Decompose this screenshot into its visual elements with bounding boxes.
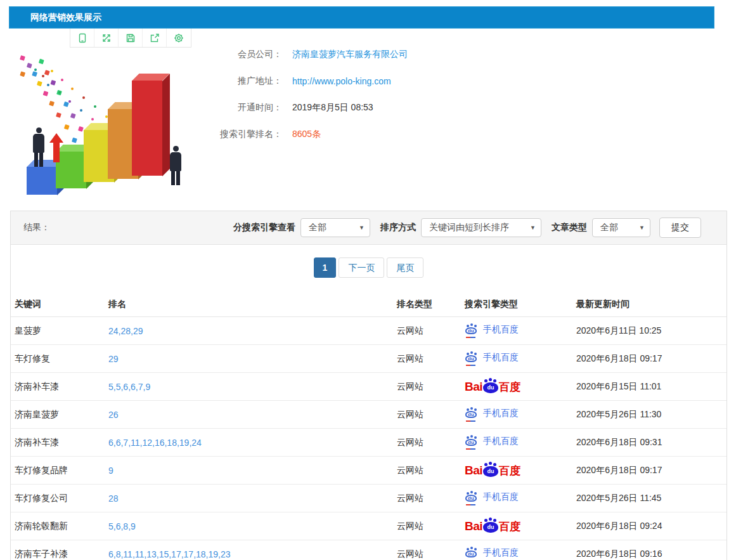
keyword-cell: 济南车子补漆	[15, 549, 108, 560]
engine-cell: Bai du 百度	[465, 464, 576, 477]
company-label: 会员公司：	[212, 49, 282, 60]
engine-cell: du 手机百度	[465, 324, 576, 337]
rank-type-cell: 云网站	[397, 437, 465, 448]
keyword-cell: 车灯修复	[15, 353, 108, 365]
keyword-cell: 车灯修复公司	[15, 493, 108, 504]
page-title: 网络营销效果展示	[10, 7, 714, 28]
engine-cell: Bai du 百度	[465, 520, 576, 533]
rank-values-link[interactable]: 6,8,11,11,13,15,17,17,18,19,23	[108, 549, 397, 559]
updated-time-cell: 2020年6月18日 09:17	[576, 353, 720, 365]
rank-values-link[interactable]: 5,5,6,6,7,9	[108, 382, 397, 392]
confetti-small	[34, 68, 37, 71]
updated-time-cell: 2020年6月11日 10:25	[576, 325, 720, 337]
next-page-button[interactable]: 下一页	[339, 257, 384, 278]
engine-filter-group: 分搜索引擎查看 全部 ▼	[233, 218, 380, 237]
baidu-logo-cn: 百度	[499, 521, 520, 533]
rank-type-cell: 云网站	[397, 325, 465, 337]
result-label: 结果：	[23, 222, 50, 233]
updated-time-cell: 2020年6月15日 11:01	[576, 381, 720, 393]
submit-button[interactable]: 提交	[659, 218, 701, 238]
updated-time-cell: 2020年6月18日 09:24	[576, 521, 720, 532]
company-link[interactable]: 济南皇菠萝汽车服务有限公司	[292, 49, 408, 60]
baidu-logo[interactable]: Bai du 百度	[465, 381, 520, 393]
engine-cell: du 手机百度	[465, 547, 576, 560]
chevron-down-icon: ▼	[530, 225, 536, 231]
save-icon[interactable]	[119, 29, 143, 47]
chart-bar-red	[132, 81, 162, 176]
settings-icon[interactable]	[167, 29, 191, 47]
rank-values-link[interactable]: 6,6,7,11,12,16,18,19,24	[108, 438, 397, 448]
baidu-logo[interactable]: Bai du 百度	[465, 464, 520, 477]
chevron-down-icon: ▼	[639, 225, 645, 231]
rank-values-link[interactable]: 26	[108, 410, 397, 420]
sort-filter-group: 排序方式 关键词由短到长排序 ▼	[380, 218, 552, 237]
keyword-cell: 济南补车漆	[15, 437, 108, 448]
confetti	[20, 55, 25, 61]
header-engine-type: 搜索引擎类型	[465, 299, 576, 310]
mobile-baidu-badge[interactable]: du 手机百度	[465, 547, 519, 559]
updated-time-cell: 2020年5月26日 11:45	[576, 493, 720, 504]
updated-time-cell: 2020年6月18日 09:16	[576, 549, 720, 560]
rank-type-cell: 云网站	[397, 465, 465, 476]
baidu-logo-cn: 百度	[499, 381, 520, 393]
info-row-ranking-count: 搜索引擎排名： 8605条	[212, 121, 567, 148]
rank-values-link[interactable]: 28	[108, 493, 397, 504]
rank-values-link[interactable]: 9	[108, 466, 397, 476]
mobile-baidu-badge[interactable]: du 手机百度	[465, 408, 519, 419]
results-panel: 结果： 分搜索引擎查看 全部 ▼ 排序方式 关键词由短到长排序 ▼ 文章类型 全…	[10, 211, 727, 560]
baidu-paw-icon: du	[465, 547, 479, 559]
mobile-baidu-badge[interactable]: du 手机百度	[465, 352, 519, 363]
open-time-label: 开通时间：	[212, 102, 282, 114]
info-row-url: 推广地址： http://www.polo-king.com	[212, 68, 567, 94]
last-page-button[interactable]: 尾页	[387, 257, 423, 278]
rank-type-cell: 云网站	[397, 409, 465, 420]
rank-values-link[interactable]: 5,6,8,9	[108, 521, 397, 531]
article-filter-label: 文章类型	[552, 222, 587, 233]
engine-cell: du 手机百度	[465, 408, 576, 421]
mobile-baidu-badge[interactable]: du 手机百度	[465, 436, 519, 447]
info-row-open-time: 开通时间： 2019年8月5日 08:53	[212, 94, 567, 121]
sort-filter-label: 排序方式	[380, 222, 416, 233]
promotion-url-link[interactable]: http://www.polo-king.com	[292, 76, 391, 86]
sort-filter-select[interactable]: 关键词由短到长排序 ▼	[421, 218, 541, 237]
export-icon[interactable]	[143, 29, 167, 47]
baidu-logo[interactable]: Bai du 百度	[465, 520, 520, 533]
baidu-paw-icon: du	[483, 466, 498, 477]
rank-type-cell: 云网站	[397, 381, 465, 393]
engine-cell: du 手机百度	[465, 436, 576, 449]
header-updated: 最新更新时间	[576, 299, 720, 310]
mobile-baidu-label: 手机百度	[483, 547, 519, 559]
page-header: 网络营销效果展示	[9, 6, 714, 29]
article-filter-group: 文章类型 全部 ▼	[552, 218, 659, 237]
baidu-paw-icon: du	[465, 352, 479, 363]
rank-values-link[interactable]: 24,28,29	[108, 326, 397, 336]
table-row: 济南补车漆 5,5,6,6,7,9 云网站 Bai du 百度 2020年6月1…	[11, 373, 726, 401]
baidu-paw-icon: du	[465, 408, 479, 419]
rank-values-link[interactable]: 29	[108, 354, 397, 364]
baidu-paw-icon: du	[483, 522, 498, 533]
member-info: 会员公司： 济南皇菠萝汽车服务有限公司 推广地址： http://www.pol…	[212, 41, 567, 148]
chart-bar-blue	[27, 167, 57, 195]
keyword-cell: 济南皇菠萝	[15, 409, 108, 420]
mobile-baidu-badge[interactable]: du 手机百度	[465, 324, 519, 335]
person-right-figure	[170, 146, 181, 185]
chevron-down-icon: ▼	[359, 225, 365, 231]
engine-filter-select[interactable]: 全部 ▼	[300, 218, 370, 237]
tablet-icon[interactable]	[70, 29, 94, 47]
widget-toolbar	[70, 29, 191, 48]
person-left-figure	[33, 127, 44, 167]
header-rank-type: 排名类型	[397, 299, 465, 310]
ranking-table: 关键词 排名 排名类型 搜索引擎类型 最新更新时间 皇菠萝 24,28,29 云…	[11, 292, 726, 560]
engine-cell: du 手机百度	[465, 352, 576, 365]
mobile-baidu-label: 手机百度	[483, 436, 519, 447]
rank-type-cell: 云网站	[397, 521, 465, 532]
mobile-baidu-label: 手机百度	[483, 324, 519, 335]
page-1-button[interactable]: 1	[314, 257, 337, 278]
baidu-paw-icon: du	[465, 492, 479, 503]
baidu-paw-icon: du	[483, 382, 498, 393]
keyword-cell: 济南补车漆	[15, 381, 108, 393]
article-filter-select[interactable]: 全部 ▼	[592, 218, 650, 237]
fullscreen-icon[interactable]	[94, 29, 119, 47]
open-time-value: 2019年8月5日 08:53	[292, 102, 373, 114]
mobile-baidu-badge[interactable]: du 手机百度	[465, 492, 519, 503]
